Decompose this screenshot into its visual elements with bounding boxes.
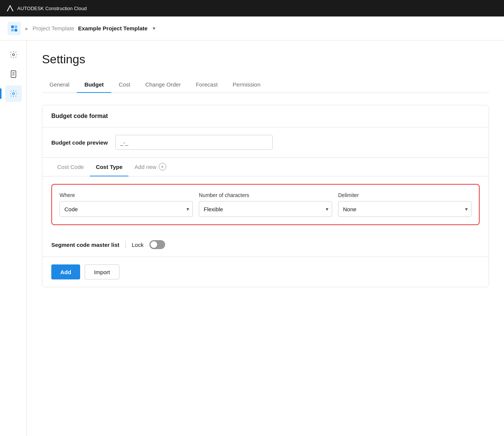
sidebar: [0, 40, 27, 436]
add-new-icon[interactable]: +: [159, 163, 166, 170]
divider: [125, 241, 126, 248]
delimiter-field: Delimiter None - _ . ▾: [338, 192, 471, 217]
sub-tabs: Cost Code Cost Type Add new +: [42, 158, 489, 176]
card-header: Budget code format: [42, 105, 489, 127]
autodesk-logo: AUTODESK Construction Cloud: [6, 4, 86, 12]
segment-box: Where Code Description ▾ Number of chara…: [51, 184, 480, 225]
tab-budget[interactable]: Budget: [77, 77, 111, 93]
segment-fields: Where Code Description ▾ Number of chara…: [60, 192, 471, 217]
add-new-label: Add new: [134, 164, 156, 170]
topbar-logo-text: AUTODESK Construction Cloud: [17, 6, 86, 11]
delimiter-select[interactable]: None - _ .: [338, 201, 471, 217]
breadcrumb-project-dropdown-icon[interactable]: ▾: [153, 25, 155, 31]
breadcrumb-template-label: Project Template: [33, 25, 74, 31]
import-button[interactable]: Import: [85, 264, 119, 279]
main-tabs: General Budget Cost Change Order Forecas…: [42, 77, 489, 93]
breadcrumb-chevron-icon: ▸: [25, 25, 28, 31]
master-list-row: Segment code master list Lock: [42, 233, 489, 257]
svg-rect-2: [11, 29, 14, 31]
svg-rect-1: [15, 25, 17, 28]
where-select-wrapper: Code Description ▾: [60, 201, 193, 217]
sidebar-item-settings[interactable]: [5, 85, 22, 102]
num-chars-label: Number of characters: [199, 192, 332, 198]
breadcrumb-project-name[interactable]: Example Project Template: [78, 25, 148, 31]
svg-point-9: [12, 93, 15, 95]
where-select[interactable]: Code Description: [60, 201, 193, 217]
page-title: Settings: [42, 52, 489, 66]
where-label: Where: [60, 192, 193, 198]
topbar: AUTODESK Construction Cloud: [0, 0, 504, 16]
tab-general[interactable]: General: [42, 77, 77, 93]
main-layout: Settings General Budget Cost Change Orde…: [0, 40, 504, 436]
delimiter-label: Delimiter: [338, 192, 471, 198]
delimiter-select-wrapper: None - _ . ▾: [338, 201, 471, 217]
tab-permission[interactable]: Permission: [225, 77, 268, 93]
sidebar-item-general-settings[interactable]: [5, 46, 22, 63]
lock-toggle[interactable]: [149, 240, 165, 249]
breadcrumb-bar: ▸ Project Template Example Project Templ…: [0, 16, 504, 40]
svg-rect-0: [11, 25, 14, 28]
sub-tab-cost-code[interactable]: Cost Code: [51, 158, 90, 176]
budget-preview-row: Budget code preview: [42, 127, 489, 158]
tab-change-order[interactable]: Change Order: [138, 77, 188, 93]
content-area: Settings General Budget Cost Change Orde…: [27, 40, 504, 436]
master-list-label: Segment code master list: [51, 242, 119, 248]
tab-cost[interactable]: Cost: [111, 77, 138, 93]
active-indicator: [0, 88, 1, 99]
svg-rect-3: [15, 29, 17, 31]
budget-code-format-card: Budget code format Budget code preview C…: [42, 105, 489, 287]
where-field: Where Code Description ▾: [60, 192, 193, 217]
sub-tab-cost-type[interactable]: Cost Type: [90, 158, 128, 176]
card-header-title: Budget code format: [51, 113, 108, 119]
budget-preview-label: Budget code preview: [51, 139, 108, 146]
toggle-knob: [151, 241, 157, 248]
action-buttons-row: Add Import: [42, 257, 489, 287]
add-button[interactable]: Add: [51, 264, 80, 279]
num-chars-field: Number of characters Flexible 1 2 3 4 5 …: [199, 192, 332, 217]
svg-point-4: [12, 54, 15, 56]
budget-preview-input[interactable]: [115, 135, 273, 150]
app-icon[interactable]: [7, 22, 21, 35]
num-chars-select[interactable]: Flexible 1 2 3 4 5: [199, 201, 332, 217]
lock-label: Lock: [132, 242, 144, 248]
num-chars-select-wrapper: Flexible 1 2 3 4 5 ▾: [199, 201, 332, 217]
tab-forecast[interactable]: Forecast: [188, 77, 225, 93]
sub-tab-add-new[interactable]: Add new +: [128, 158, 172, 176]
sidebar-item-documents[interactable]: [5, 66, 22, 82]
